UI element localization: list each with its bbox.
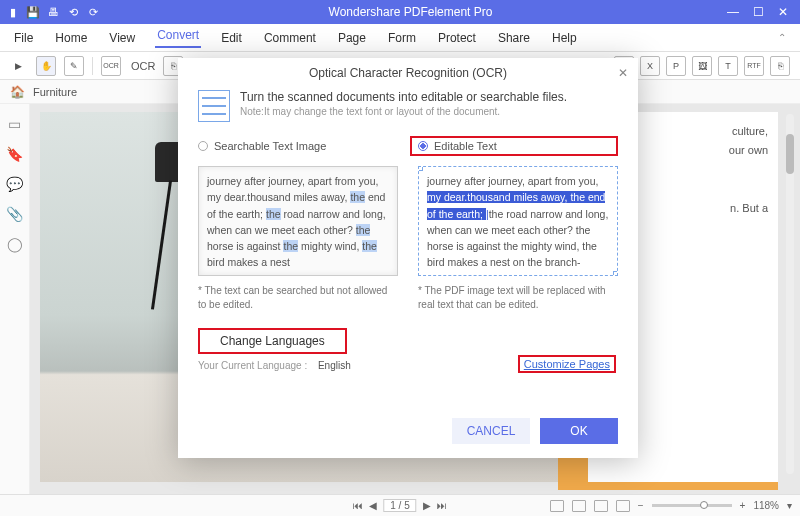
statusbar: ⏮ ◀ 1 / 5 ▶ ⏭ − + 118% ▾ [0, 494, 800, 516]
zoom-dropdown-icon[interactable]: ▾ [787, 500, 792, 511]
page-indicator[interactable]: 1 / 5 [383, 499, 416, 512]
ok-button[interactable]: OK [540, 418, 618, 444]
menu-page[interactable]: Page [336, 31, 368, 45]
ocr-label: OCR [131, 60, 155, 72]
vertical-scrollbar[interactable] [786, 114, 794, 474]
collapse-ribbon-icon[interactable]: ⌃ [778, 32, 786, 43]
attachments-icon[interactable]: 📎 [6, 206, 23, 222]
app-title: Wondershare PDFelement Pro [106, 5, 715, 19]
search-icon[interactable]: ◯ [7, 236, 23, 252]
zoom-in-icon[interactable]: + [740, 500, 746, 511]
ocr-icon[interactable]: OCR [101, 56, 121, 76]
menu-view[interactable]: View [107, 31, 137, 45]
option-editable[interactable]: Editable Text [410, 136, 618, 156]
change-languages-button[interactable]: Change Languages [198, 328, 347, 354]
pointer-tool-icon[interactable]: ▶ [8, 56, 28, 76]
dialog-title: Optical Character Recognition (OCR) [309, 66, 507, 80]
note-searchable: * The text can be searched but not allow… [198, 284, 398, 312]
menu-share[interactable]: Share [496, 31, 532, 45]
current-language-label: Your Current Language : [198, 360, 307, 371]
home-icon[interactable]: 🏠 [10, 85, 25, 99]
close-icon[interactable]: ✕ [778, 5, 788, 19]
menubar: File Home View Convert Edit Comment Page… [0, 24, 800, 52]
menu-comment[interactable]: Comment [262, 31, 318, 45]
view-single-icon[interactable] [550, 500, 564, 512]
ocr-doc-icon [198, 90, 230, 122]
comments-icon[interactable]: 💬 [6, 176, 23, 192]
dialog-close-icon[interactable]: ✕ [618, 66, 628, 80]
edit-tool-icon[interactable]: ✎ [64, 56, 84, 76]
page-prev-icon[interactable]: ◀ [369, 500, 377, 511]
hand-tool-icon[interactable]: ✋ [36, 56, 56, 76]
current-language-value: English [318, 360, 351, 371]
view-facing-icon[interactable] [594, 500, 608, 512]
bookmarks-icon[interactable]: 🔖 [6, 146, 23, 162]
menu-file[interactable]: File [12, 31, 35, 45]
dialog-note: Note:It may change the text font or layo… [240, 106, 567, 117]
menu-edit[interactable]: Edit [219, 31, 244, 45]
undo-icon[interactable]: ⟲ [66, 5, 80, 19]
page-next-icon[interactable]: ▶ [423, 500, 431, 511]
view-continuous-icon[interactable] [572, 500, 586, 512]
customize-pages-link[interactable]: Customize Pages [518, 355, 616, 373]
export-rtf-icon[interactable]: RTF [744, 56, 764, 76]
menu-help[interactable]: Help [550, 31, 579, 45]
preview-editable: journey after journey, apart from you, m… [418, 166, 618, 276]
zoom-value: 118% [753, 500, 779, 511]
save-icon[interactable]: 💾 [26, 5, 40, 19]
maximize-icon[interactable]: ☐ [753, 5, 764, 19]
export-excel-icon[interactable]: X [640, 56, 660, 76]
print-icon[interactable]: 🖶 [46, 5, 60, 19]
export-ppt-icon[interactable]: P [666, 56, 686, 76]
zoom-slider[interactable] [652, 504, 732, 507]
menu-protect[interactable]: Protect [436, 31, 478, 45]
option-searchable[interactable]: Searchable Text Image [198, 136, 390, 156]
titlebar: ▮ 💾 🖶 ⟲ ⟳ Wondershare PDFelement Pro ― ☐… [0, 0, 800, 24]
thumbnails-icon[interactable]: ▭ [8, 116, 21, 132]
app-icon: ▮ [6, 5, 20, 19]
menu-home[interactable]: Home [53, 31, 89, 45]
preview-searchable: journey after journey, apart from you, m… [198, 166, 398, 276]
note-editable: * The PDF image text will be replaced wi… [418, 284, 618, 312]
menu-convert[interactable]: Convert [155, 28, 201, 48]
export-image-icon[interactable]: 🖼 [692, 56, 712, 76]
ocr-dialog: Optical Character Recognition (OCR) ✕ Tu… [178, 58, 638, 458]
export-other-icon[interactable]: ⎘ [770, 56, 790, 76]
page-last-icon[interactable]: ⏭ [437, 500, 447, 511]
option-editable-label: Editable Text [434, 140, 497, 152]
radio-icon [198, 141, 208, 151]
dialog-headline: Turn the scanned documents into editable… [240, 90, 567, 104]
menu-form[interactable]: Form [386, 31, 418, 45]
option-searchable-label: Searchable Text Image [214, 140, 326, 152]
view-facing-continuous-icon[interactable] [616, 500, 630, 512]
cancel-button[interactable]: CANCEL [452, 418, 530, 444]
redo-icon[interactable]: ⟳ [86, 5, 100, 19]
radio-checked-icon [418, 141, 428, 151]
export-text-icon[interactable]: T [718, 56, 738, 76]
breadcrumb-item[interactable]: Furniture [33, 86, 77, 98]
page-first-icon[interactable]: ⏮ [353, 500, 363, 511]
left-sidebar: ▭ 🔖 💬 📎 ◯ [0, 104, 30, 494]
zoom-out-icon[interactable]: − [638, 500, 644, 511]
minimize-icon[interactable]: ― [727, 5, 739, 19]
